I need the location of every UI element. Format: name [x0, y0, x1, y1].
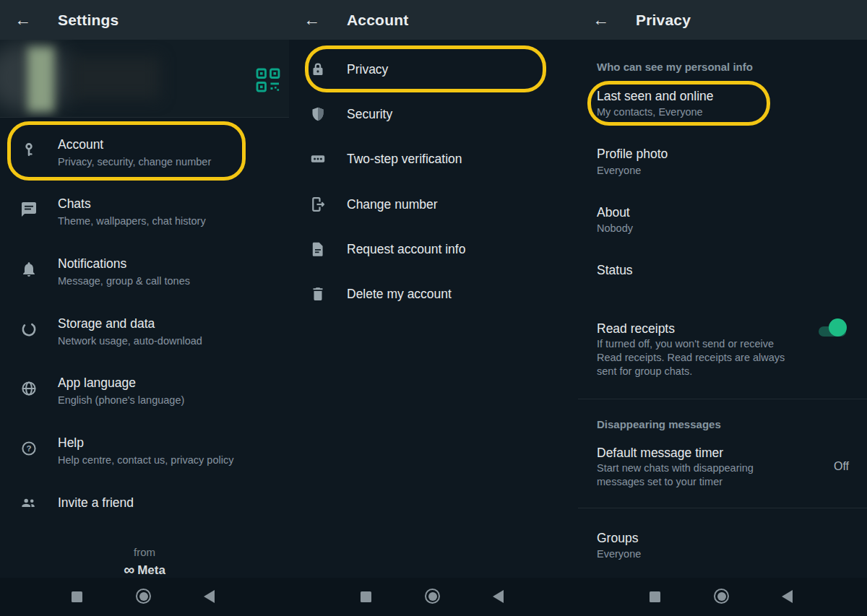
item-label: Security — [347, 97, 392, 131]
chat-icon — [20, 201, 38, 218]
page-title: Settings — [58, 12, 118, 29]
document-icon — [309, 240, 327, 258]
item-title: Chats — [58, 196, 91, 212]
android-navbar — [578, 578, 867, 616]
item-subtitle: Privacy, security, change number — [58, 155, 211, 169]
account-item-security[interactable]: Security — [289, 97, 578, 131]
divider — [578, 508, 867, 508]
settings-item-account[interactable]: Account Privacy, security, change number — [0, 124, 289, 170]
item-subtitle: Nobody — [597, 222, 633, 235]
privacy-item-groups[interactable]: Groups Everyone — [578, 522, 867, 568]
settings-header: ← Settings — [0, 0, 289, 40]
item-title: Status — [597, 262, 633, 278]
whatsapp-settings-screenshot: ← Settings — [0, 0, 867, 616]
back-arrow-icon[interactable]: ← — [14, 12, 35, 28]
data-usage-icon — [20, 321, 38, 338]
people-icon — [20, 494, 38, 511]
passcode-dots-icon — [309, 150, 327, 168]
android-navbar — [289, 578, 578, 616]
account-item-request-info[interactable]: Request account info — [289, 232, 578, 266]
home-circle-icon[interactable] — [136, 589, 151, 604]
item-label: Privacy — [347, 52, 388, 87]
settings-item-notifications[interactable]: Notifications Message, group & call tone… — [0, 243, 289, 290]
meta-infinity-icon: ∞ — [124, 561, 134, 578]
profile-row[interactable] — [0, 40, 289, 117]
recents-square-icon[interactable] — [361, 591, 371, 602]
back-triangle-icon[interactable] — [493, 590, 504, 603]
home-circle-icon[interactable] — [425, 589, 440, 604]
item-title: Storage and data — [58, 316, 155, 331]
qr-code-icon[interactable] — [255, 67, 281, 93]
shield-icon — [309, 105, 327, 123]
globe-icon — [20, 380, 38, 397]
account-panel: ← Account Privacy Security — [289, 0, 579, 616]
item-subtitle: Message, group & call tones — [58, 274, 190, 288]
item-subtitle: Network usage, auto-download — [58, 334, 202, 348]
section-header-personal-info: Who can see my personal info — [597, 60, 753, 74]
svg-text:?: ? — [26, 444, 31, 453]
item-subtitle: If turned off, you won't send or receive… — [597, 337, 786, 378]
item-subtitle: Everyone — [597, 164, 641, 178]
back-triangle-icon[interactable] — [782, 590, 793, 603]
item-title: Last seen and online — [597, 88, 714, 104]
page-title: Privacy — [636, 12, 691, 29]
item-title: Read receipts — [597, 321, 675, 337]
item-label: Change number — [347, 187, 438, 222]
privacy-item-last-seen[interactable]: Last seen and online My contacts, Everyo… — [578, 80, 867, 125]
page-title: Account — [347, 12, 408, 29]
privacy-panel: ← Privacy Who can see my personal info L… — [578, 0, 867, 616]
lock-icon — [309, 61, 327, 78]
divider — [578, 399, 867, 399]
help-icon: ? — [20, 440, 38, 457]
from-label: from — [0, 546, 289, 558]
account-item-privacy[interactable]: Privacy — [289, 52, 578, 87]
settings-item-chats[interactable]: Chats Theme, wallpapers, chat history — [0, 183, 289, 230]
settings-item-storage[interactable]: Storage and data Network usage, auto-dow… — [0, 303, 289, 350]
privacy-header: ← Privacy — [578, 0, 867, 40]
back-triangle-icon[interactable] — [204, 590, 215, 603]
item-title: Notifications — [58, 256, 126, 272]
settings-item-invite[interactable]: Invite a friend — [0, 482, 289, 523]
privacy-item-default-timer[interactable]: Default message timer Start new chats wi… — [578, 437, 867, 495]
item-subtitle: My contacts, Everyone — [597, 105, 703, 119]
item-title: Invite a friend — [58, 495, 134, 511]
profile-status-blurred — [69, 57, 160, 99]
privacy-item-read-receipts[interactable]: Read receipts If turned off, you won't s… — [578, 313, 867, 385]
timer-value: Off — [834, 460, 849, 473]
item-title: Default message timer — [597, 445, 723, 461]
item-label: Two-step verification — [347, 142, 462, 176]
item-subtitle: Help centre, contact us, privacy policy — [58, 454, 233, 467]
home-circle-icon[interactable] — [714, 589, 729, 604]
recents-square-icon[interactable] — [650, 591, 660, 602]
account-item-two-step[interactable]: Two-step verification — [289, 142, 578, 176]
key-icon — [20, 142, 38, 159]
phone-arrow-icon — [309, 196, 327, 213]
item-subtitle: Start new chats with disappearing messag… — [597, 461, 774, 489]
item-subtitle: English (phone's language) — [58, 394, 184, 407]
trash-icon — [309, 285, 327, 303]
item-title: Groups — [597, 530, 638, 546]
item-title: App language — [58, 375, 136, 391]
item-title: Profile photo — [597, 146, 668, 162]
settings-item-help[interactable]: ? Help Help centre, contact us, privacy … — [0, 422, 289, 469]
back-arrow-icon[interactable]: ← — [303, 12, 324, 28]
account-item-delete[interactable]: Delete my account — [289, 277, 578, 311]
privacy-item-status[interactable]: Status — [578, 254, 867, 286]
profile-name-blurred — [27, 47, 54, 112]
read-receipts-toggle-knob[interactable] — [829, 318, 847, 337]
meta-brand-label: Meta — [137, 563, 165, 577]
recents-square-icon[interactable] — [72, 591, 82, 602]
back-arrow-icon[interactable]: ← — [592, 12, 613, 28]
privacy-item-profile-photo[interactable]: Profile photo Everyone — [578, 138, 867, 183]
divider — [0, 117, 289, 118]
privacy-item-about[interactable]: About Nobody — [578, 196, 867, 241]
settings-panel: ← Settings — [0, 0, 290, 616]
settings-item-app-language[interactable]: App language English (phone's language) — [0, 363, 289, 409]
android-navbar — [0, 578, 289, 616]
meta-footer: from ∞Meta — [0, 546, 289, 578]
account-item-change-number[interactable]: Change number — [289, 187, 578, 222]
item-label: Request account info — [347, 232, 465, 266]
account-header: ← Account — [289, 0, 578, 40]
item-subtitle: Everyone — [597, 547, 641, 561]
item-subtitle: Theme, wallpapers, chat history — [58, 214, 206, 228]
